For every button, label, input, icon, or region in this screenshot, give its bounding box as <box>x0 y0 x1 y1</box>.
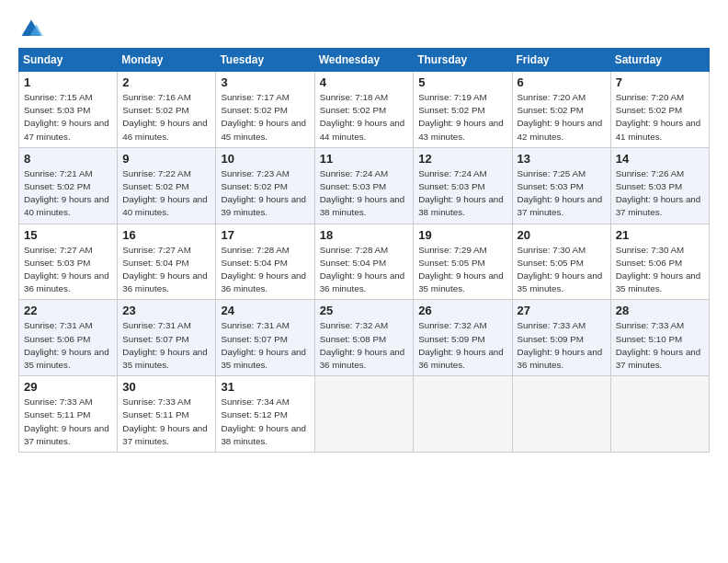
day-number: 16 <box>122 228 210 242</box>
day-number: 1 <box>24 75 112 89</box>
calendar-cell: 27 Sunrise: 7:33 AMSunset: 5:09 PMDaylig… <box>512 300 610 376</box>
day-info: Sunrise: 7:20 AMSunset: 5:02 PMDaylight:… <box>518 92 603 142</box>
day-info: Sunrise: 7:24 AMSunset: 5:03 PMDaylight:… <box>418 168 504 218</box>
calendar-cell: 22 Sunrise: 7:31 AMSunset: 5:06 PMDaylig… <box>19 300 118 376</box>
day-number: 23 <box>122 304 210 317</box>
calendar-cell: 6 Sunrise: 7:20 AMSunset: 5:02 PMDayligh… <box>512 72 610 148</box>
day-info: Sunrise: 7:23 AMSunset: 5:02 PMDaylight:… <box>221 168 306 218</box>
calendar-cell: 17 Sunrise: 7:28 AMSunset: 5:04 PMDaylig… <box>216 224 314 300</box>
day-number: 30 <box>122 380 210 394</box>
day-info: Sunrise: 7:30 AMSunset: 5:06 PMDaylight:… <box>616 245 701 294</box>
day-number: 12 <box>418 152 506 166</box>
calendar-cell: 13 Sunrise: 7:25 AMSunset: 5:03 PMDaylig… <box>512 147 610 224</box>
calendar-header-tuesday: Tuesday <box>216 49 314 72</box>
day-number: 24 <box>221 304 309 317</box>
day-number: 13 <box>518 152 606 166</box>
calendar-cell <box>512 376 610 453</box>
calendar-cell: 3 Sunrise: 7:17 AMSunset: 5:02 PMDayligh… <box>216 72 314 148</box>
calendar-cell <box>314 376 414 453</box>
day-number: 28 <box>616 304 704 317</box>
day-info: Sunrise: 7:30 AMSunset: 5:05 PMDaylight:… <box>518 245 603 294</box>
day-info: Sunrise: 7:33 AMSunset: 5:11 PMDaylight:… <box>24 396 109 446</box>
calendar-header-saturday: Saturday <box>610 49 709 72</box>
calendar-cell: 25 Sunrise: 7:32 AMSunset: 5:08 PMDaylig… <box>314 300 414 376</box>
day-number: 18 <box>320 228 409 242</box>
header <box>18 17 710 42</box>
day-number: 8 <box>24 152 112 166</box>
calendar-cell: 18 Sunrise: 7:28 AMSunset: 5:04 PMDaylig… <box>314 224 414 300</box>
calendar-cell: 20 Sunrise: 7:30 AMSunset: 5:05 PMDaylig… <box>512 224 610 300</box>
day-number: 14 <box>616 152 704 166</box>
calendar-cell: 28 Sunrise: 7:33 AMSunset: 5:10 PMDaylig… <box>610 300 709 376</box>
day-number: 3 <box>221 75 309 89</box>
calendar-cell: 7 Sunrise: 7:20 AMSunset: 5:02 PMDayligh… <box>610 72 709 148</box>
day-info: Sunrise: 7:22 AMSunset: 5:02 PMDaylight:… <box>122 168 208 218</box>
day-info: Sunrise: 7:19 AMSunset: 5:02 PMDaylight:… <box>418 92 504 142</box>
day-info: Sunrise: 7:24 AMSunset: 5:03 PMDaylight:… <box>320 168 405 218</box>
day-number: 22 <box>24 304 112 317</box>
calendar-cell: 11 Sunrise: 7:24 AMSunset: 5:03 PMDaylig… <box>314 147 414 224</box>
day-info: Sunrise: 7:31 AMSunset: 5:07 PMDaylight:… <box>122 320 208 370</box>
calendar-cell: 31 Sunrise: 7:34 AMSunset: 5:12 PMDaylig… <box>216 376 314 453</box>
calendar-header-row: SundayMondayTuesdayWednesdayThursdayFrid… <box>19 49 710 72</box>
calendar-cell: 26 Sunrise: 7:32 AMSunset: 5:09 PMDaylig… <box>414 300 512 376</box>
calendar-cell: 14 Sunrise: 7:26 AMSunset: 5:03 PMDaylig… <box>610 147 709 224</box>
day-info: Sunrise: 7:28 AMSunset: 5:04 PMDaylight:… <box>221 245 306 294</box>
day-info: Sunrise: 7:31 AMSunset: 5:07 PMDaylight:… <box>221 320 306 370</box>
day-number: 20 <box>518 228 606 242</box>
calendar-cell <box>414 376 512 453</box>
calendar-cell: 30 Sunrise: 7:33 AMSunset: 5:11 PMDaylig… <box>118 376 216 453</box>
day-info: Sunrise: 7:28 AMSunset: 5:04 PMDaylight:… <box>320 245 405 294</box>
day-info: Sunrise: 7:15 AMSunset: 5:03 PMDaylight:… <box>24 92 109 142</box>
calendar-cell: 24 Sunrise: 7:31 AMSunset: 5:07 PMDaylig… <box>216 300 314 376</box>
day-info: Sunrise: 7:26 AMSunset: 5:03 PMDaylight:… <box>616 168 701 218</box>
calendar-cell: 23 Sunrise: 7:31 AMSunset: 5:07 PMDaylig… <box>118 300 216 376</box>
calendar-header-thursday: Thursday <box>414 49 512 72</box>
calendar-cell: 9 Sunrise: 7:22 AMSunset: 5:02 PMDayligh… <box>118 147 216 224</box>
calendar-week-row: 8 Sunrise: 7:21 AMSunset: 5:02 PMDayligh… <box>19 147 710 224</box>
day-number: 2 <box>122 75 210 89</box>
calendar-week-row: 22 Sunrise: 7:31 AMSunset: 5:06 PMDaylig… <box>19 300 710 376</box>
day-number: 26 <box>418 304 506 317</box>
calendar-week-row: 29 Sunrise: 7:33 AMSunset: 5:11 PMDaylig… <box>19 376 710 453</box>
calendar-cell <box>610 376 709 453</box>
calendar-header-wednesday: Wednesday <box>314 49 414 72</box>
day-number: 4 <box>320 75 409 89</box>
day-number: 9 <box>122 152 210 166</box>
day-number: 17 <box>221 228 309 242</box>
calendar-cell: 4 Sunrise: 7:18 AMSunset: 5:02 PMDayligh… <box>314 72 414 148</box>
logo-icon <box>18 17 44 42</box>
day-info: Sunrise: 7:32 AMSunset: 5:08 PMDaylight:… <box>320 320 405 370</box>
calendar-header-monday: Monday <box>118 49 216 72</box>
calendar-week-row: 1 Sunrise: 7:15 AMSunset: 5:03 PMDayligh… <box>19 72 710 148</box>
day-info: Sunrise: 7:27 AMSunset: 5:03 PMDaylight:… <box>24 245 109 294</box>
calendar-cell: 12 Sunrise: 7:24 AMSunset: 5:03 PMDaylig… <box>414 147 512 224</box>
calendar-cell: 16 Sunrise: 7:27 AMSunset: 5:04 PMDaylig… <box>118 224 216 300</box>
day-number: 29 <box>24 380 112 394</box>
day-info: Sunrise: 7:33 AMSunset: 5:09 PMDaylight:… <box>518 320 603 370</box>
day-info: Sunrise: 7:21 AMSunset: 5:02 PMDaylight:… <box>24 168 109 218</box>
calendar-cell: 8 Sunrise: 7:21 AMSunset: 5:02 PMDayligh… <box>19 147 118 224</box>
day-number: 7 <box>616 75 704 89</box>
calendar-cell: 29 Sunrise: 7:33 AMSunset: 5:11 PMDaylig… <box>19 376 118 453</box>
calendar-cell: 2 Sunrise: 7:16 AMSunset: 5:02 PMDayligh… <box>118 72 216 148</box>
day-info: Sunrise: 7:27 AMSunset: 5:04 PMDaylight:… <box>122 245 208 294</box>
day-info: Sunrise: 7:31 AMSunset: 5:06 PMDaylight:… <box>24 320 109 370</box>
day-info: Sunrise: 7:29 AMSunset: 5:05 PMDaylight:… <box>418 245 504 294</box>
calendar-table: SundayMondayTuesdayWednesdayThursdayFrid… <box>18 48 710 453</box>
day-number: 27 <box>518 304 606 317</box>
calendar-week-row: 15 Sunrise: 7:27 AMSunset: 5:03 PMDaylig… <box>19 224 710 300</box>
calendar-cell: 1 Sunrise: 7:15 AMSunset: 5:03 PMDayligh… <box>19 72 118 148</box>
day-info: Sunrise: 7:20 AMSunset: 5:02 PMDaylight:… <box>616 92 701 142</box>
calendar-cell: 15 Sunrise: 7:27 AMSunset: 5:03 PMDaylig… <box>19 224 118 300</box>
calendar-cell: 19 Sunrise: 7:29 AMSunset: 5:05 PMDaylig… <box>414 224 512 300</box>
calendar-cell: 21 Sunrise: 7:30 AMSunset: 5:06 PMDaylig… <box>610 224 709 300</box>
day-number: 6 <box>518 75 606 89</box>
day-info: Sunrise: 7:25 AMSunset: 5:03 PMDaylight:… <box>518 168 603 218</box>
day-number: 31 <box>221 380 309 394</box>
day-info: Sunrise: 7:18 AMSunset: 5:02 PMDaylight:… <box>320 92 405 142</box>
day-number: 5 <box>418 75 506 89</box>
day-number: 11 <box>320 152 409 166</box>
day-number: 25 <box>320 304 409 317</box>
logo <box>18 17 49 42</box>
